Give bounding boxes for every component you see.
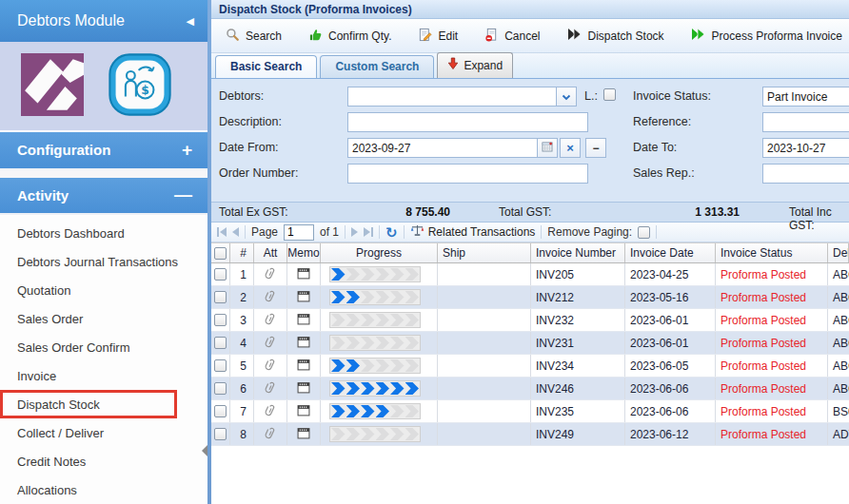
row-checkbox[interactable] (214, 428, 227, 440)
table-row[interactable]: 7INV2352023-06-06Proforma PostedBS00 (211, 400, 849, 423)
attachment-cell[interactable] (254, 378, 287, 399)
reference-input[interactable] (762, 112, 849, 132)
table-row[interactable]: 3INV2322023-06-01Proforma PostedABC0 (211, 309, 849, 332)
attachment-cell[interactable] (254, 286, 287, 308)
row-checkbox[interactable] (214, 291, 227, 303)
memo-cell[interactable] (287, 309, 321, 331)
memo-cell[interactable] (287, 355, 321, 377)
table-row[interactable]: 1INV2052023-04-25Proforma PostedABC0 (211, 263, 849, 286)
edit-button[interactable]: Edit (409, 23, 466, 49)
row-checkbox[interactable] (214, 405, 227, 417)
attachment-cell[interactable] (254, 400, 287, 422)
related-transactions-button[interactable]: Related Transactions (410, 224, 536, 240)
sidebar-item-allocations[interactable]: Allocations (0, 475, 207, 504)
debtors-input[interactable] (347, 87, 557, 107)
select-all-checkbox[interactable] (214, 247, 227, 260)
column-header-ship[interactable]: Ship (438, 243, 531, 262)
sidebar-collapse-icon[interactable]: ◀ (187, 15, 194, 28)
sidebar-item-debtors-dashboard[interactable]: Debtors Dashboard (0, 219, 207, 247)
table-row[interactable]: 6INV2462023-06-06Proforma PostedABC0 (211, 378, 849, 400)
table-row[interactable]: 5INV2342023-06-05Proforma PostedABC0 (211, 355, 849, 378)
table-row[interactable]: 2INV2122023-05-16Proforma PostedABC0 (211, 286, 849, 309)
sidebar-item-invoice[interactable]: Invoice (0, 361, 207, 390)
sidebar-item-debtors-journal-transactions[interactable]: Debtors Journal Transactions (0, 247, 207, 276)
sidebar-item-quotation[interactable]: Quotation (0, 276, 207, 304)
refresh-icon[interactable]: ↻ (385, 225, 398, 240)
row-select-cell[interactable] (211, 263, 230, 285)
debtors-dropdown-button[interactable] (556, 87, 577, 107)
memo-cell[interactable] (287, 332, 321, 354)
cancel-button[interactable]: Cancel (476, 23, 548, 49)
row-checkbox[interactable] (214, 359, 227, 372)
column-header-debtor[interactable]: Debtor (828, 243, 849, 262)
row-select-cell[interactable] (211, 400, 230, 422)
attachment-cell[interactable] (254, 309, 287, 331)
table-row[interactable]: 8INV2492023-06-12Proforma PostedADV0 (211, 423, 849, 446)
next-page-button[interactable] (351, 227, 358, 237)
attachment-cell[interactable] (254, 263, 287, 285)
column-header-invoice-date[interactable]: Invoice Date (625, 243, 716, 262)
sales-rep-input[interactable] (762, 164, 849, 184)
page-number-input[interactable] (284, 224, 314, 241)
dispatch-stock-button[interactable]: Dispatch Stock (559, 23, 673, 48)
memo-cell[interactable] (287, 286, 321, 308)
table-row[interactable]: 4INV2312023-06-01Proforma PostedABC0 (211, 332, 849, 355)
row-select-cell[interactable] (211, 423, 230, 445)
date-from-input[interactable] (347, 138, 538, 158)
row-checkbox[interactable] (214, 314, 227, 326)
confirm-qty-button[interactable]: Confirm Qty. (300, 23, 400, 49)
tab-custom-search[interactable]: Custom Search (320, 55, 434, 78)
row-checkbox[interactable] (214, 337, 227, 349)
invoice-status-dropdown[interactable] (762, 87, 849, 107)
column-header-#[interactable]: # (230, 243, 254, 262)
last-page-button[interactable] (364, 227, 373, 237)
accordion-configuration-label: Configuration (17, 142, 110, 158)
date-from-clear-button[interactable]: × (560, 138, 581, 158)
attachment-cell[interactable] (254, 332, 287, 354)
sidebar-item-collect-deliver[interactable]: Collect / Deliver (0, 418, 207, 447)
row-checkbox[interactable] (214, 268, 227, 281)
process-proforma-invoice-button[interactable]: Process Proforma Invoice (682, 23, 849, 48)
prev-page-button[interactable] (232, 227, 239, 237)
row-select-cell[interactable] (211, 332, 230, 354)
column-header-att[interactable]: Att (254, 243, 287, 262)
sidebar-splitter[interactable] (207, 0, 211, 504)
ship-cell (438, 263, 531, 285)
search-button[interactable]: Search (217, 23, 290, 49)
remove-paging-checkbox[interactable] (638, 226, 650, 239)
memo-cell[interactable] (287, 423, 321, 445)
first-page-button[interactable] (217, 227, 227, 237)
order-number-input[interactable] (347, 164, 588, 184)
memo-cell[interactable] (287, 263, 321, 285)
memo-cell[interactable] (287, 400, 321, 422)
l-checkbox[interactable] (603, 88, 616, 101)
row-select-cell[interactable] (211, 378, 230, 399)
attachment-cell[interactable] (254, 355, 287, 377)
column-header-select[interactable] (211, 243, 230, 262)
column-header-invoice-number[interactable]: Invoice Number (531, 243, 625, 262)
expand-button[interactable]: Expand (437, 52, 513, 78)
date-from-calendar-button[interactable] (537, 138, 558, 158)
total-gst-value: 1 313.31 (611, 205, 740, 219)
date-from-minus-button[interactable]: − (585, 138, 606, 158)
column-header-memo[interactable]: Memo (287, 243, 321, 262)
row-select-cell[interactable] (211, 309, 230, 331)
sidebar-item-sales-order-confirm[interactable]: Sales Order Confirm (0, 333, 207, 361)
row-select-cell[interactable] (211, 286, 230, 308)
sidebar-item-sales-order[interactable]: Sales Order (0, 304, 207, 333)
accordion-activity[interactable]: Activity — (0, 178, 207, 215)
sidebar-item-dispatch-stock[interactable]: Dispatch Stock (0, 390, 177, 418)
attachment-cell[interactable] (254, 423, 287, 445)
row-checkbox[interactable] (214, 382, 227, 395)
memo-cell[interactable] (287, 378, 321, 399)
accordion-configuration[interactable]: Configuration + (0, 132, 207, 169)
column-header-invoice-status[interactable]: Invoice Status (716, 243, 828, 262)
tab-basic-search[interactable]: Basic Search (215, 55, 317, 78)
row-select-cell[interactable] (211, 355, 230, 377)
sidebar-item-credit-notes[interactable]: Credit Notes (0, 447, 207, 475)
column-header-progress[interactable]: Progress (321, 243, 438, 262)
date-to-input[interactable] (762, 138, 849, 158)
splitter-collapse-icon[interactable] (202, 445, 207, 456)
description-input[interactable] (347, 112, 588, 132)
invoice-number-cell: INV231 (531, 332, 625, 354)
